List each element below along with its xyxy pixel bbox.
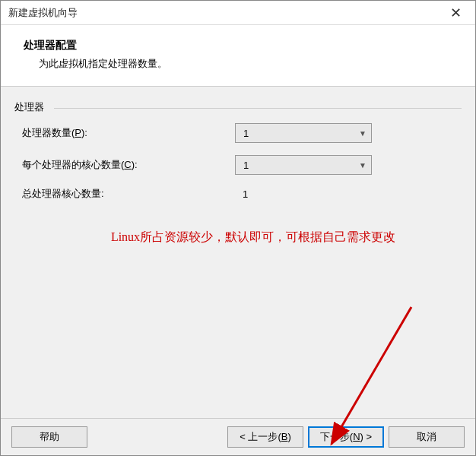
cores-per-label: 每个处理器的核心数量(C):	[22, 158, 235, 172]
close-icon[interactable]: ✕	[444, 5, 468, 21]
processor-count-label: 处理器数量(P):	[22, 126, 235, 140]
total-label: 总处理器核心数量:	[22, 187, 235, 201]
cores-per-row: 每个处理器的核心数量(C): 1 ▼	[14, 149, 462, 181]
cancel-button[interactable]: 取消	[389, 426, 465, 448]
group-divider	[54, 108, 462, 109]
total-value: 1	[235, 188, 248, 200]
help-button[interactable]: 帮助	[11, 426, 87, 448]
window-title: 新建虚拟机向导	[8, 6, 78, 20]
chevron-down-icon: ▼	[359, 161, 367, 169]
titlebar: 新建虚拟机向导 ✕	[1, 1, 475, 25]
back-button[interactable]: < 上一步(B)	[227, 426, 303, 448]
processor-group: 处理器 处理器数量(P): 1 ▼ 每个处理器的核心数量(C): 1 ▼ 总处理…	[14, 100, 462, 207]
footer-right: < 上一步(B) 下一步(N) > 取消	[227, 426, 465, 448]
header-subtitle: 为此虚拟机指定处理器数量。	[39, 57, 452, 71]
wizard-content: 处理器 处理器数量(P): 1 ▼ 每个处理器的核心数量(C): 1 ▼ 总处理…	[1, 87, 475, 418]
processor-count-value: 1	[243, 128, 249, 139]
cores-per-value: 1	[243, 160, 249, 171]
wizard-footer: 帮助 < 上一步(B) 下一步(N) > 取消	[1, 418, 475, 455]
processor-count-row: 处理器数量(P): 1 ▼	[14, 117, 462, 149]
annotation-text: Linux所占资源较少，默认即可，可根据自己需求更改	[14, 230, 462, 245]
wizard-window: 新建虚拟机向导 ✕ 处理器配置 为此虚拟机指定处理器数量。 处理器 处理器数量(…	[0, 0, 476, 456]
chevron-down-icon: ▼	[359, 129, 367, 138]
header-title: 处理器配置	[24, 39, 452, 52]
cores-per-dropdown[interactable]: 1 ▼	[235, 155, 372, 175]
next-button[interactable]: 下一步(N) >	[308, 426, 384, 448]
total-row: 总处理器核心数量: 1	[14, 181, 462, 207]
group-label: 处理器	[14, 100, 44, 114]
processor-count-dropdown[interactable]: 1 ▼	[235, 123, 372, 143]
wizard-header: 处理器配置 为此虚拟机指定处理器数量。	[1, 25, 475, 87]
